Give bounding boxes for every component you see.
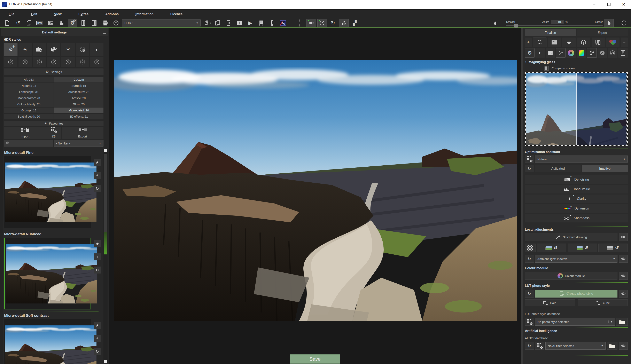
category-custom[interactable]: Custom <box>54 77 104 82</box>
preset-database-button[interactable] <box>46 127 61 133</box>
style-effects-button[interactable]: ✶ <box>61 43 75 56</box>
share-button[interactable] <box>111 19 121 27</box>
denoising-button[interactable]: ▾ Denoising <box>525 175 628 184</box>
post-processing-button[interactable]: ⚙⚙ <box>68 19 77 27</box>
save-button[interactable]: Save <box>290 354 340 364</box>
menu-addons[interactable]: Add-ons <box>103 12 121 16</box>
preset-item-selected[interactable]: Micro-detail Nuanced ★ + ↻ <box>0 232 109 310</box>
optimisation-module-button[interactable]: ⚙ <box>525 48 534 58</box>
batch-processing-button[interactable]: ▾ <box>202 19 211 27</box>
scrollbar-thumb[interactable] <box>104 154 107 232</box>
preset-thumbnail[interactable] <box>4 156 91 228</box>
duplicate-button[interactable] <box>213 19 222 27</box>
contrast-module-button[interactable]: ◐ <box>535 48 545 58</box>
at-button[interactable]: @ <box>46 133 61 139</box>
tonal-value-button[interactable]: ▾ Tonal value <box>525 185 628 194</box>
aperture-module-button[interactable] <box>608 48 617 58</box>
category-spatial-depth[interactable]: Spatial depth: 20 <box>4 114 54 120</box>
sharpness-button[interactable]: ▾ Sharpness <box>525 214 628 222</box>
menu-extras[interactable]: Extras <box>76 12 91 16</box>
minimize-button[interactable]: ─ <box>587 0 601 8</box>
remove-panel-button[interactable]: − <box>621 38 628 47</box>
zoom-value-input[interactable]: 100 <box>551 20 564 24</box>
preset-database-button[interactable] <box>525 156 534 162</box>
composing-gray-button[interactable]: ↺ <box>598 244 628 252</box>
lut-open-folder-button[interactable] <box>616 318 628 326</box>
toggle-inactive[interactable]: Inactive <box>582 165 628 172</box>
colour-module-preview-button[interactable] <box>619 272 628 280</box>
menu-edit[interactable]: Edit <box>29 12 40 16</box>
scroll-down-button[interactable] <box>104 360 107 363</box>
report-module-button[interactable] <box>618 48 628 58</box>
popout-icon[interactable] <box>103 31 106 34</box>
menu-view[interactable]: View <box>52 12 64 16</box>
style-camera-button[interactable] <box>33 43 46 56</box>
export-variants-button[interactable] <box>79 19 88 27</box>
lut-database-grid-button[interactable] <box>525 318 534 326</box>
mask-pen-module-button[interactable] <box>597 48 607 58</box>
category-surreal[interactable]: Surreal: 15 <box>54 83 104 89</box>
transparency-grid-button[interactable]: ▞ <box>350 19 359 27</box>
add-panel-button[interactable]: + <box>525 38 532 47</box>
zoom-in-page-button[interactable] <box>604 19 613 27</box>
category-landscape[interactable]: Landscape: 31 <box>4 89 54 95</box>
preset-list-scrollbar[interactable] <box>104 149 108 363</box>
style-grain-button[interactable] <box>76 43 89 56</box>
lut-cube-module-button[interactable] <box>577 48 586 58</box>
user-slot-1-button[interactable] <box>4 57 18 67</box>
zoom-slider-thumb[interactable] <box>514 24 518 28</box>
ai-database-dropdown[interactable]: No AI filter selected ▼ <box>545 342 605 350</box>
lut-database-dropdown[interactable]: No photo style selected ▼ <box>535 318 615 326</box>
ai-preview-button[interactable] <box>619 342 628 350</box>
exposure-column-button[interactable] <box>267 19 277 27</box>
composing-sky-button[interactable]: ↺ <box>537 244 566 252</box>
image-browser-button[interactable] <box>46 19 56 27</box>
user-slot-2-button[interactable] <box>19 57 32 67</box>
colour-wheel-module-button[interactable] <box>566 48 576 58</box>
column-swap-button[interactable] <box>591 38 605 47</box>
rgb-channels-button[interactable] <box>606 38 619 47</box>
nodes-module-button[interactable] <box>587 48 597 58</box>
picture-in-picture-button[interactable] <box>548 38 561 47</box>
zoom-out-page-button[interactable] <box>491 19 500 27</box>
recalculate-button[interactable]: ↻ <box>328 19 338 27</box>
selective-drawing-preview-button[interactable] <box>619 233 628 241</box>
menu-information[interactable]: Information <box>133 12 156 16</box>
original-preview-button[interactable] <box>306 19 316 27</box>
category-3d-effects[interactable]: 3D effects: 21 <box>54 114 104 120</box>
category-all[interactable]: All: 253 <box>4 77 54 82</box>
refresh-preset-button[interactable]: ↻ <box>94 348 101 355</box>
favourites-button[interactable]: ★ Favourites <box>4 121 104 126</box>
alignment-target-button[interactable] <box>562 38 575 47</box>
add-preset-button[interactable]: + <box>94 172 101 179</box>
image-size-button[interactable] <box>256 19 266 27</box>
menu-licence[interactable]: Licence <box>168 12 185 16</box>
retouch-module-button[interactable] <box>556 48 566 58</box>
raw-develop-button[interactable]: RAW <box>35 19 45 27</box>
category-grunge[interactable]: Grunge: 18 <box>4 108 54 113</box>
zoom-slider[interactable] <box>506 25 603 26</box>
new-project-button[interactable] <box>3 19 12 27</box>
import-presets-button[interactable] <box>4 127 46 133</box>
grain-module-button[interactable] <box>546 48 555 58</box>
user-slot-7-button[interactable] <box>90 57 104 67</box>
favourite-star-button[interactable]: ★ <box>94 240 101 247</box>
user-slot-4-button[interactable] <box>47 57 61 67</box>
tab-expert[interactable]: Expert <box>577 29 628 36</box>
style-mechanics-button[interactable]: ⚙⚙ <box>4 43 18 56</box>
mask-up-button[interactable]: ↑ <box>525 244 535 252</box>
panel-splitter[interactable] <box>521 28 523 364</box>
ai-open-folder-button[interactable] <box>607 342 617 350</box>
preset-item[interactable]: Micro-detail Fine ★ + ↻ <box>0 150 109 228</box>
script-button[interactable] <box>224 19 233 27</box>
preset-thumbnail-selected[interactable] <box>4 238 91 310</box>
main-image-view[interactable] <box>114 60 517 321</box>
comparison-divider[interactable] <box>576 73 577 145</box>
category-colour-fidelity[interactable]: Colour fidelity: 20 <box>4 101 54 107</box>
open-recent-button[interactable]: ↺ <box>13 19 23 27</box>
settings-button[interactable]: ⚙ Settings <box>4 68 104 75</box>
favourite-star-button[interactable]: ★ <box>94 159 101 166</box>
reset-ambient-button[interactable]: ↻ <box>525 255 534 263</box>
style-brightness-button[interactable]: ☀ <box>19 43 32 56</box>
colour-module-button[interactable]: Colour module <box>525 272 617 280</box>
